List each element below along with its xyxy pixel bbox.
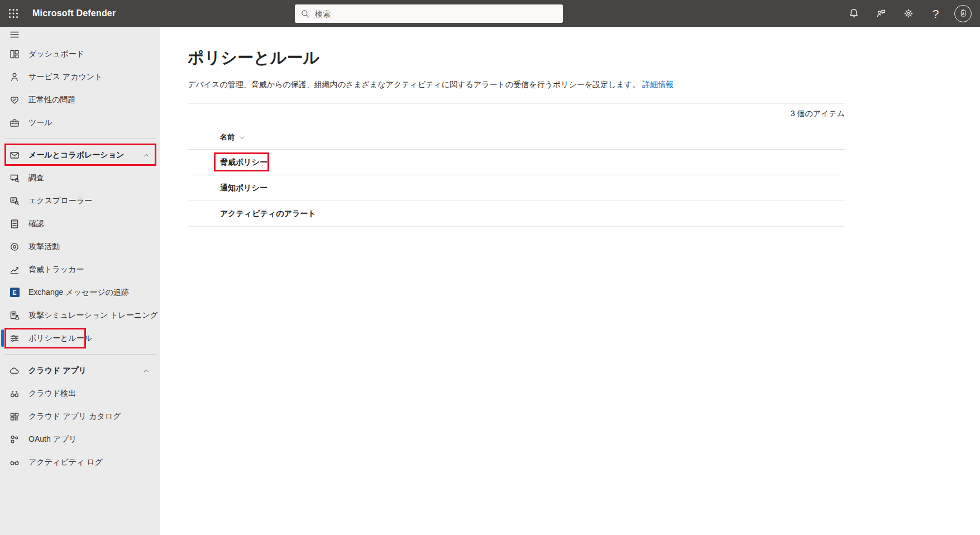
sidebar: ダッシュボード サービス アカウント 正常性の問題 ツール xyxy=(0,27,160,535)
id-badge-icon xyxy=(958,8,968,18)
mail-icon xyxy=(9,150,20,161)
health-heart-icon xyxy=(9,94,20,106)
search-icon xyxy=(300,9,310,19)
investigation-icon xyxy=(9,173,20,184)
sidebar-item-attack-simulation-training[interactable]: 攻撃シミュレーション トレーニング xyxy=(0,304,160,327)
table-row-threat-policy[interactable]: 脅威ポリシー xyxy=(188,150,845,175)
chevron-up-icon xyxy=(142,151,150,159)
sidebar-item-label: OAuth アプリ xyxy=(28,434,77,445)
collapse-sidebar-button[interactable] xyxy=(0,27,160,42)
bell-icon xyxy=(848,8,859,19)
document-list-icon xyxy=(9,218,20,230)
waffle-grid-icon xyxy=(7,7,20,20)
row-label: アクティビティのアラート xyxy=(220,209,316,219)
notifications-button[interactable] xyxy=(840,0,867,27)
target-icon xyxy=(9,241,20,252)
help-button[interactable]: ? xyxy=(922,0,949,27)
column-header-label: 名前 xyxy=(220,132,235,142)
line-chart-icon xyxy=(9,264,20,275)
sidebar-item-label: メールとコラボレーション xyxy=(28,150,124,160)
sidebar-item-label: ダッシュボード xyxy=(28,49,84,59)
description-text: デバイスの管理、脅威からの保護、組織内のさまざまなアクティビティに関するアラート… xyxy=(188,80,640,89)
learn-more-link[interactable]: 詳細情報 xyxy=(642,80,673,89)
sidebar-item-label: クラウド アプリ xyxy=(28,366,87,376)
settings-button[interactable] xyxy=(895,0,922,27)
sidebar-item-investigation[interactable]: 調査 xyxy=(0,166,160,189)
global-search[interactable] xyxy=(295,4,563,23)
sidebar-item-cloud-discovery[interactable]: クラウド検出 xyxy=(0,382,160,405)
table-row-activity-alerts[interactable]: アクティビティのアラート xyxy=(188,201,845,227)
sidebar-item-label: サービス アカウント xyxy=(28,72,103,82)
sidebar-item-label: 調査 xyxy=(28,173,44,183)
sidebar-item-activity-log[interactable]: アクティビティ ログ xyxy=(0,451,160,474)
active-item-indicator xyxy=(1,329,4,347)
sidebar-divider xyxy=(4,138,156,139)
sliders-icon xyxy=(9,333,20,344)
catalog-grid-icon xyxy=(9,411,20,422)
sidebar-item-tools[interactable]: ツール xyxy=(0,111,160,134)
chevron-down-icon xyxy=(238,134,246,141)
sidebar-section-cloud-apps[interactable]: クラウド アプリ xyxy=(0,359,160,382)
sidebar-item-label: 攻撃シミュレーション トレーニング xyxy=(28,311,158,321)
chevron-up-icon xyxy=(142,367,150,375)
sidebar-item-explorer[interactable]: エクスプローラー xyxy=(0,189,160,212)
sidebar-item-cloud-app-catalog[interactable]: クラウド アプリ カタログ xyxy=(0,405,160,428)
hamburger-icon xyxy=(9,29,20,40)
sidebar-item-label: 確認 xyxy=(28,219,44,229)
sidebar-item-exchange-message-trace[interactable]: E Exchange メッセージの追跡 xyxy=(0,281,160,304)
page-title: ポリシーとルール xyxy=(188,48,845,67)
sidebar-item-dashboard[interactable]: ダッシュボード xyxy=(0,42,160,65)
sidebar-item-label: ポリシーとルール xyxy=(28,333,92,343)
row-label: 通知ポリシー xyxy=(220,183,267,193)
sidebar-item-label: ツール xyxy=(28,118,52,128)
app-title: Microsoft Defender xyxy=(32,8,116,18)
help-icon: ? xyxy=(933,8,939,20)
binoculars-icon xyxy=(9,388,20,399)
sidebar-item-label: エクスプローラー xyxy=(28,196,92,206)
item-count: 3 個のアイテム xyxy=(188,108,845,119)
sidebar-divider xyxy=(4,354,156,355)
dashboard-icon xyxy=(9,49,20,60)
app-launcher-icon[interactable] xyxy=(0,0,27,27)
sidebar-item-threat-tracker[interactable]: 脅威トラッカー xyxy=(0,258,160,281)
sidebar-item-health-issues[interactable]: 正常性の問題 xyxy=(0,88,160,111)
sidebar-item-label: クラウド検出 xyxy=(28,389,76,399)
content-divider xyxy=(188,103,845,104)
column-header-name[interactable]: 名前 xyxy=(188,131,845,144)
main-content: ポリシーとルール デバイスの管理、脅威からの保護、組織内のさまざまなアクティビテ… xyxy=(160,27,980,535)
account-button[interactable] xyxy=(949,0,977,27)
topbar-actions: ? xyxy=(840,0,977,27)
sidebar-item-policies-rules[interactable]: ポリシーとルール xyxy=(0,327,160,350)
oauth-circles-icon xyxy=(9,434,20,445)
sidebar-item-label: アクティビティ ログ xyxy=(28,457,103,467)
sidebar-item-label: 正常性の問題 xyxy=(28,95,75,105)
page-description: デバイスの管理、脅威からの保護、組織内のさまざまなアクティビティに関するアラート… xyxy=(188,79,845,90)
avatar xyxy=(954,5,972,22)
explorer-icon xyxy=(9,195,20,207)
document-flask-icon xyxy=(9,310,20,321)
sidebar-item-label: Exchange メッセージの追跡 xyxy=(28,288,129,298)
sidebar-item-service-account[interactable]: サービス アカウント xyxy=(0,65,160,88)
glasses-icon xyxy=(9,457,20,468)
sidebar-section-email-collaboration[interactable]: メールとコラボレーション xyxy=(0,144,160,166)
feedback-icon xyxy=(876,8,887,19)
feedback-button[interactable] xyxy=(867,0,895,27)
sidebar-item-oauth-apps[interactable]: OAuth アプリ xyxy=(0,428,160,451)
sidebar-item-label: クラウド アプリ カタログ xyxy=(28,412,121,422)
topbar: Microsoft Defender ? xyxy=(0,0,980,27)
row-label: 脅威ポリシー xyxy=(220,157,267,168)
sidebar-item-label: 攻撃活動 xyxy=(28,242,60,252)
toolbox-icon xyxy=(9,117,20,128)
search-input[interactable] xyxy=(315,9,557,18)
exchange-logo-icon: E xyxy=(9,287,20,298)
sidebar-item-label: 脅威トラッカー xyxy=(28,265,84,275)
service-account-icon xyxy=(9,71,20,83)
sidebar-item-review[interactable]: 確認 xyxy=(0,212,160,235)
sidebar-item-attack-campaigns[interactable]: 攻撃活動 xyxy=(0,235,160,258)
gear-icon xyxy=(903,8,914,19)
cloud-icon xyxy=(9,365,20,376)
table-row-alert-policy[interactable]: 通知ポリシー xyxy=(188,175,845,201)
